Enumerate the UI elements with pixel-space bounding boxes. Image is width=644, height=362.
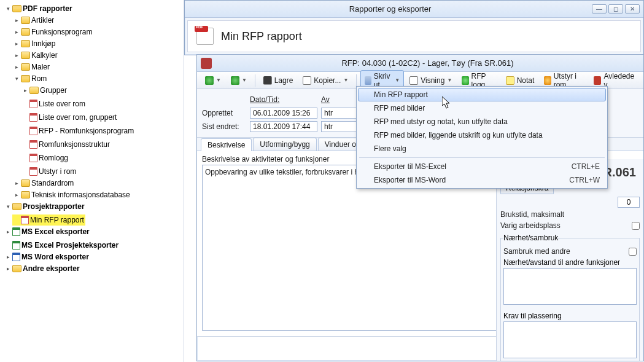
varig-checkbox[interactable] [632,222,640,230]
tree-node-min-rfp-rapport[interactable]: Min RFP rapport [12,214,85,226]
tree-node-maler[interactable]: ▸Maler [12,61,51,73]
tree-node-teknisk-informasjonsdatabase[interactable]: ▸Teknisk informasjonsdatabase [12,189,131,200]
tree-node-funksjonsprogram[interactable]: ▸Funksjonsprogram [12,26,93,37]
folder-icon [12,265,21,272]
expand-icon[interactable]: ▸ [5,226,11,237]
expand-icon[interactable]: ▸ [14,61,20,73]
tree-node-standardrom[interactable]: ▸Standardrom [12,178,75,189]
chevron-down-icon[interactable]: ▼ [216,77,221,83]
pdf-icon [29,127,37,135]
back-icon [205,76,214,85]
expand-icon[interactable]: ▸ [22,85,28,96]
menu-rfp-utstyr-notat[interactable]: RFP med utstyr og notat, kun utfylte dat… [358,115,606,128]
tree-node-artikler[interactable]: ▸Artikler [12,15,55,26]
tree-panel: ▾ PDF rapporter ▸Artikler ▸Funksjonsprog… [0,0,184,362]
chevron-down-icon[interactable]: ▼ [242,77,247,83]
tree-node-romfunksjonsstruktur[interactable]: Romfunksjonsstruktur [21,139,111,150]
tree-label: Prosjektrapporter [23,201,85,212]
expand-icon[interactable]: ▸ [14,15,20,26]
view-button[interactable]: Visning▼ [405,74,456,87]
pdf-stamp-icon [196,28,214,45]
toolbar-label: Avledede v [603,72,635,89]
folder-icon [21,63,30,71]
folder-icon [21,191,30,199]
minimize-button[interactable]: — [592,4,607,14]
tree-label: Romfunksjonsstruktur [39,139,110,150]
pdf-icon [29,140,37,149]
rfp-window-title: RFP: 04.030 (1-02C2) - Lager, Tøy (Fra S… [215,58,640,68]
personer-input[interactable] [618,197,640,208]
collapse-icon[interactable]: ▾ [14,73,20,84]
maximize-button[interactable]: ◻ [608,4,623,14]
menu-label: RFP med utstyr og notat, kun utfylte dat… [374,117,508,126]
view-icon [409,76,418,85]
chevron-down-icon[interactable]: ▼ [343,77,348,83]
back-button[interactable]: ▼ [201,74,225,87]
label-opprettet: Opprettet [202,109,246,117]
forward-button[interactable]: ▼ [227,74,251,87]
modified-by-field[interactable] [321,121,358,132]
tree-label: Andre eksporter [23,263,80,274]
tree-node-ms-excel-eksporter[interactable]: ▸MS Excel eksporter [4,226,91,237]
shortcut-label: CTRL+E [572,162,600,171]
tree-label: MS Word eksporter [21,251,89,262]
tree-node-romlogg[interactable]: Romlogg [21,152,69,163]
menu-eksport-word[interactable]: Eksporter til MS-WordCTRL+W [358,173,606,187]
collapse-icon[interactable]: ▾ [5,3,11,14]
folder-open-icon [21,75,30,82]
menu-min-rfp-rapport[interactable]: Min RFP rapport [358,88,606,101]
krav-textarea[interactable] [503,321,637,358]
folder-icon [29,87,39,94]
tree-node-liste-over-rom-gruppert[interactable]: Liste over rom, gruppert [21,112,118,123]
tree-node-rfp-romfunksjonsprogram[interactable]: RFP - Romfunksjonsprogram [21,125,135,136]
created-by-field[interactable] [321,108,358,119]
tree-node-andre-eksporter[interactable]: ▸Andre eksporter [4,263,81,274]
tree-node-ms-word-eksporter[interactable]: ▸MS Word eksporter [4,251,90,262]
menu-rfp-med-bilder[interactable]: RFP med bilder [358,101,606,115]
save-button[interactable]: Lagre [259,74,298,87]
avstand-textarea[interactable] [503,268,637,305]
expand-icon[interactable]: ▸ [5,251,11,262]
folder-icon [21,17,30,24]
expand-icon[interactable]: ▸ [14,178,20,189]
tree-node-pdf-rapporter[interactable]: ▾ PDF rapporter [4,3,74,14]
tree-node-innkjop[interactable]: ▸Innkjøp [12,38,56,49]
copy-button[interactable]: Kopier...▼ [298,74,352,87]
rfp-titlebar[interactable]: RFP: 04.030 (1-02C2) - Lager, Tøy (Fra S… [197,55,643,72]
reports-heading: Min RFP rapport [221,30,302,43]
reports-titlebar[interactable]: Rapporter og eksporter — ◻ ✕ [185,1,643,18]
sambruk-checkbox[interactable] [629,248,637,256]
tree-node-utstyr-i-rom[interactable]: Utstyr i rom [21,166,77,177]
collapse-icon[interactable]: ▾ [5,201,11,212]
menu-rfp-bilder-liggende[interactable]: RFP med bilder, liggende utskrift og kun… [358,128,606,142]
tree-node-liste-over-rom[interactable]: Liste over rom [21,98,87,109]
tab-utforming[interactable]: Utforming/bygg [253,138,316,151]
tree-node-kalkyler[interactable]: ▸Kalkyler [12,50,59,61]
chevron-down-icon[interactable]: ▼ [447,77,452,83]
menu-flere-valg[interactable]: Flere valg [358,142,606,155]
tree-node-rom[interactable]: ▾Rom [12,73,48,84]
expand-icon[interactable]: ▸ [14,38,20,49]
folder-open-icon [12,5,21,12]
tree-label: Liste over rom [39,98,85,109]
chevron-down-icon[interactable]: ▼ [395,77,400,83]
tree-node-grupper[interactable]: ▸Grupper [21,85,68,96]
label-personer [500,198,614,207]
created-date-field[interactable] [250,108,317,119]
tree-node-prosjektrapporter[interactable]: ▾Prosjektrapporter [4,201,86,212]
menu-eksport-excel[interactable]: Eksporter til MS-ExcelCTRL+E [358,160,606,173]
pdf-icon [29,113,37,122]
folder-open-icon [12,203,21,210]
expand-icon[interactable]: ▸ [14,50,20,61]
copy-icon [303,76,311,85]
note-button[interactable]: Notat [502,74,539,87]
tree-node-ms-excel-prosjekteksporter[interactable]: MS Excel Prosjekteksporter [4,240,120,251]
expand-icon[interactable]: ▸ [14,189,20,200]
tree-label: Kalkyler [31,50,58,61]
pdf-icon [21,216,29,224]
expand-icon[interactable]: ▸ [5,263,11,274]
close-button[interactable]: ✕ [625,4,640,14]
expand-icon[interactable]: ▸ [14,26,20,37]
modified-date-field[interactable] [250,121,317,132]
tab-beskrivelse[interactable]: Beskrivelse [201,138,252,151]
